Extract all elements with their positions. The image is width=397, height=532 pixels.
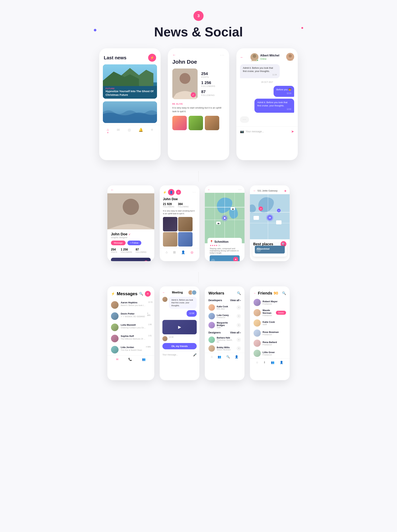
fn-download[interactable]: ⬇ xyxy=(263,361,266,364)
music-player[interactable]: ▶ xyxy=(162,320,197,334)
svg-point-11 xyxy=(289,54,292,58)
back-icon-2[interactable]: ← xyxy=(111,188,114,192)
list-item[interactable]: Devin Potter ✓ ✓ BODEN, DE GEBAND 4 MIN xyxy=(107,311,154,322)
wn-people[interactable]: 👥 xyxy=(218,355,221,359)
play-icon[interactable]: ▶ xyxy=(178,325,181,330)
sn-grid[interactable]: ⊞ xyxy=(173,250,176,254)
fn-person[interactable]: 👤 xyxy=(280,361,283,364)
wn-person[interactable]: 👤 xyxy=(235,355,238,359)
nav-mail[interactable]: ✉ xyxy=(117,128,120,133)
photo-thumb-2[interactable] xyxy=(189,116,203,130)
list-item[interactable]: Marguerite Bridges Swift + xyxy=(205,320,244,330)
options-icon[interactable]: ··· xyxy=(220,53,225,57)
nav-bell[interactable]: 🔔 xyxy=(139,128,143,133)
worker-add-btn-4[interactable]: + xyxy=(236,338,241,342)
favorite-btn[interactable]: ♥ xyxy=(233,257,238,261)
search-icon-msg[interactable]: 🔍 xyxy=(139,292,143,296)
place-card[interactable]: Muellerfurt 576 JAMESON LOCK ❤ xyxy=(111,258,151,261)
list-item[interactable]: Rose Bowman Freelancer xyxy=(250,328,290,338)
sn-person[interactable]: 👤 xyxy=(181,250,185,254)
list-item[interactable]: Katie Cook iOS, Java + xyxy=(205,303,244,312)
social-photo-2[interactable] xyxy=(178,217,192,231)
friends-back-icon[interactable]: ← xyxy=(254,292,256,295)
best-places-map[interactable]: 38 16 12 xyxy=(250,194,290,239)
list-item[interactable]: Robert Mayer Freelancer xyxy=(250,297,290,307)
list-item[interactable]: Leila Maxwell Ordering Contact Lens Onli… xyxy=(107,322,154,333)
heart-place-icon[interactable]: ❤ xyxy=(143,261,149,261)
list-item[interactable]: Katie Cook Swift xyxy=(250,318,290,328)
worker-add-btn-3[interactable]: + xyxy=(236,323,241,327)
list-item[interactable]: Barbara Hale Photoshop, Sketch, AS + xyxy=(205,336,244,344)
filter-button[interactable]: ⚡ xyxy=(148,54,156,62)
social-add-btn[interactable]: + xyxy=(176,190,181,195)
nav-menu[interactable]: ≡ xyxy=(151,128,153,133)
nav-msgs[interactable]: ✉ xyxy=(116,358,118,361)
nav-location[interactable]: ◎ xyxy=(128,128,131,133)
fn-people[interactable]: 👥 xyxy=(271,361,274,364)
nav-home[interactable]: ⌂ xyxy=(107,128,109,133)
worker-add-btn-2[interactable]: + xyxy=(236,314,241,318)
best-places-title-area: ← 531 Jettle Gateway xyxy=(253,189,278,192)
svg-point-23 xyxy=(224,217,226,219)
sn-active[interactable]: ◎ xyxy=(191,250,193,254)
filter-icon-3[interactable]: ⚡ xyxy=(111,292,115,296)
meeting-input[interactable]: Your message... xyxy=(162,354,192,356)
follow-btn[interactable]: + Follow xyxy=(127,241,141,245)
friends-search-icon[interactable]: 🔍 xyxy=(282,291,286,295)
profile-photo: ✓ xyxy=(172,68,198,99)
bp-back-icon[interactable]: ← xyxy=(253,189,256,192)
wn-search[interactable]: 🔍 xyxy=(226,355,230,359)
message-input[interactable]: Your message... xyxy=(246,130,289,133)
compass-icon[interactable]: ◈ xyxy=(284,189,286,192)
filter-icon-2[interactable]: ⚡ xyxy=(163,191,167,194)
best-place-item[interactable]: Alexandstad xyxy=(253,243,287,257)
list-item[interactable]: Sophia Huff The Different Methods Of Hai… xyxy=(107,333,154,344)
list-item[interactable]: Maude Norman Freelancer Delete xyxy=(250,307,290,318)
fn-home[interactable]: ⌂ xyxy=(256,361,258,364)
list-item[interactable]: Lillie Greer Freelancer xyxy=(250,348,290,358)
news-card-1[interactable]: FUTURE Hypnotize Yourself Into The Ghost… xyxy=(103,64,157,99)
list-item[interactable]: Luke Casey Freelancer + xyxy=(205,312,244,320)
delete-friend-btn[interactable]: Delete xyxy=(276,311,286,315)
list-item[interactable]: Bobby Willis Sketch, Illustrator + xyxy=(205,344,244,353)
wn-home[interactable]: ⌂ xyxy=(211,355,213,359)
worker-add-btn-5[interactable]: + xyxy=(236,346,241,351)
camera-icon[interactable]: 📷 xyxy=(240,129,244,134)
social-photo-4[interactable] xyxy=(178,232,192,246)
social-photo-3[interactable] xyxy=(163,232,177,246)
profile-actions: Message + Follow xyxy=(111,241,151,245)
message-input-area[interactable]: 📷 Your message... ➤ xyxy=(236,126,298,136)
stat-posts: 254 POSTS xyxy=(201,71,215,78)
meeting-input-area[interactable]: Your message... 🎤 xyxy=(160,351,199,358)
ok-button[interactable]: Ok, my friends xyxy=(162,343,197,349)
social-nav: ⌂ ⊞ 👤 ◎ xyxy=(160,248,199,257)
place-thumbnail[interactable]: ♥ xyxy=(210,255,240,261)
list-item[interactable]: Aaron Hopkins Admit it. Before you took … xyxy=(107,299,154,311)
social-options[interactable]: ··· xyxy=(193,191,196,194)
social-photo-1[interactable] xyxy=(163,217,177,231)
location-pin: 📍 xyxy=(210,240,213,244)
worker-add-btn-1[interactable]: + xyxy=(236,305,241,310)
photo-thumb-1[interactable] xyxy=(172,116,187,130)
photo-thumb-3[interactable] xyxy=(205,116,219,130)
contact-avatar xyxy=(250,53,258,61)
meeting-back-icon[interactable]: ← xyxy=(162,291,165,294)
chat-back-icon[interactable]: ← xyxy=(240,55,244,59)
list-item[interactable]: Lida Jordan Trim Ear & Nostril Clean 4 M… xyxy=(107,344,154,355)
workers-search-icon[interactable]: 🔍 xyxy=(237,291,241,295)
sn-home[interactable]: ⌂ xyxy=(166,250,168,254)
nav-phone[interactable]: 📞 xyxy=(128,358,132,361)
message-btn[interactable]: Message xyxy=(111,241,126,245)
back-icon[interactable]: ← xyxy=(172,53,176,57)
bio-text: It is very easy to start smoking but it … xyxy=(172,106,225,113)
mic-icon[interactable]: 🎤 xyxy=(193,353,197,356)
news-card-2[interactable] xyxy=(103,101,157,123)
list-item[interactable]: Rena Ballard Freelancer xyxy=(250,338,290,348)
add-message-btn[interactable]: + xyxy=(145,291,151,297)
nav-group[interactable]: 👥 xyxy=(142,358,146,361)
send-button[interactable]: ➤ xyxy=(291,129,294,134)
map-options[interactable]: ··· xyxy=(238,188,242,191)
map-display[interactable]: 📷 📷 xyxy=(205,193,244,243)
map-back-icon[interactable]: ← xyxy=(208,188,211,191)
friend-info-4: Rose Bowman Freelancer xyxy=(263,331,286,336)
